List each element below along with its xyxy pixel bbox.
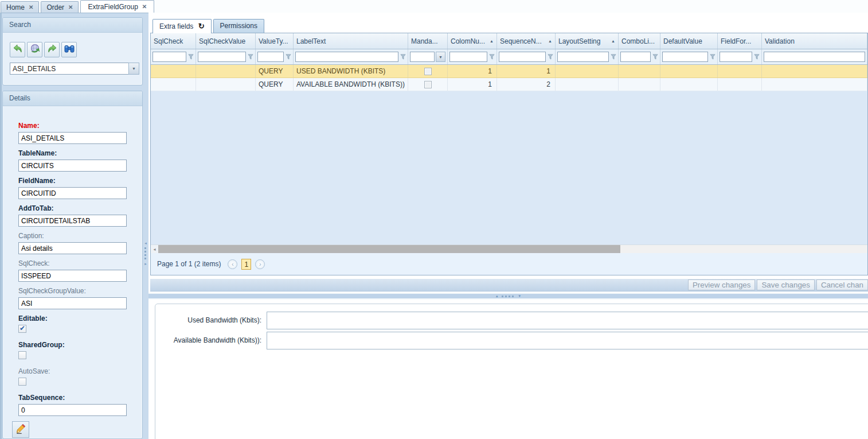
edit-button[interactable] <box>12 421 29 438</box>
sharedgroup-checkbox[interactable] <box>18 351 26 359</box>
refresh-globe-button[interactable] <box>27 42 42 57</box>
column-header-layoutsetting[interactable]: LayoutSetting▲ <box>556 33 619 49</box>
column-header-defaultvalue[interactable]: DefaultValue <box>660 33 718 49</box>
filter-input[interactable] <box>499 52 546 62</box>
scroll-left-button[interactable]: ◂ <box>151 245 158 253</box>
column-header-sqlcheckvalue[interactable]: SqlCheckValue <box>196 33 256 49</box>
field-label: TabSequence: <box>18 394 142 402</box>
window-tab-bar: Home ✕ Order ✕ ExtraFieldGroup ✕ <box>0 0 868 13</box>
filter-icon[interactable] <box>489 54 495 60</box>
collapse-left-icon[interactable]: ◂ <box>144 241 147 246</box>
window-tab-home[interactable]: Home ✕ <box>1 1 39 13</box>
column-header-sequencenumber[interactable]: SequenceN...▲ <box>497 33 556 49</box>
column-header-colomnumber[interactable]: ColomNu...▲ <box>448 33 497 49</box>
column-label: SqlCheckValue <box>199 37 252 45</box>
filter-icon[interactable] <box>400 54 406 60</box>
splitter-grip-dots <box>502 296 515 297</box>
redo-button[interactable] <box>44 42 60 57</box>
filter-cell-defaultvalue <box>660 49 718 64</box>
refresh-icon[interactable]: ↻ <box>198 22 205 30</box>
name-input[interactable] <box>18 132 127 144</box>
filter-icon[interactable] <box>652 54 658 60</box>
filter-icon[interactable] <box>754 54 760 60</box>
collapse-right-icon[interactable]: ▸ <box>144 262 147 266</box>
filter-cell-labeltext <box>294 49 408 64</box>
scrollbar-thumb[interactable] <box>158 245 620 253</box>
search-combo-input[interactable] <box>10 63 128 75</box>
filter-icon[interactable] <box>548 54 553 60</box>
tabsequence-input[interactable] <box>18 404 127 416</box>
cancel-changes-button[interactable]: Cancel chan <box>816 279 868 290</box>
field-sqlcheckgroupvalue: SqlCheckGroupValue: <box>18 287 142 309</box>
filter-input[interactable] <box>764 52 865 62</box>
pager-next-button[interactable]: › <box>255 259 265 269</box>
filter-icon[interactable] <box>248 54 253 60</box>
close-icon[interactable]: ✕ <box>142 3 147 10</box>
table-row[interactable]: QUERY AVAILABLE BANDWIDTH (KBITS)) 1 2 <box>151 78 867 91</box>
filter-input[interactable] <box>295 52 398 62</box>
undo-button[interactable] <box>10 42 25 57</box>
filter-input[interactable] <box>662 52 708 62</box>
horizontal-scrollbar[interactable]: ◂ <box>151 244 867 253</box>
autosave-checkbox[interactable] <box>18 378 26 386</box>
form-row-available-bandwidth: Available Bandwidth (Kbits)): <box>161 332 868 349</box>
window-tab-extrafieldgroup[interactable]: ExtraFieldGroup ✕ <box>80 0 154 13</box>
pager-prev-button[interactable]: ‹ <box>228 259 237 269</box>
column-header-labeltext[interactable]: LabelText <box>294 33 408 49</box>
column-header-mandatory[interactable]: Manda... <box>408 33 448 49</box>
save-changes-button[interactable]: Save changes <box>757 279 814 290</box>
window-tab-order[interactable]: Order ✕ <box>41 1 79 13</box>
column-header-validation[interactable]: Validation <box>762 33 867 49</box>
column-label: Manda... <box>411 37 444 45</box>
filter-icon[interactable] <box>611 54 616 60</box>
sqlcheckgroupvalue-input[interactable] <box>18 297 127 309</box>
chevron-right-icon: › <box>259 261 261 267</box>
tab-permissions[interactable]: Permissions <box>213 19 264 33</box>
window-tab-label: ExtraFieldGroup <box>88 3 138 11</box>
table-row[interactable]: QUERY USED BANDWIDTH (KBITS) 1 1 <box>151 65 867 78</box>
mandatory-checkbox[interactable] <box>424 68 432 75</box>
close-icon[interactable]: ✕ <box>29 4 33 10</box>
addtotab-input[interactable] <box>18 215 127 227</box>
preview-changes-button[interactable]: Preview changes <box>688 279 756 290</box>
mandatory-checkbox[interactable] <box>424 81 432 88</box>
combo-dropdown-button[interactable]: ▼ <box>128 63 139 75</box>
grid-empty-area <box>151 91 867 244</box>
sqlcheck-input[interactable] <box>18 270 127 282</box>
caption-input[interactable] <box>18 242 127 254</box>
filter-input[interactable] <box>620 52 651 62</box>
filter-input[interactable] <box>449 52 487 62</box>
column-header-combolist[interactable]: ComboLi... <box>619 33 660 49</box>
find-button[interactable] <box>61 42 77 57</box>
column-header-sqlcheck[interactable]: SqlCheck <box>151 33 196 49</box>
globe-icon <box>29 43 41 56</box>
filter-input[interactable] <box>720 52 752 62</box>
chevron-left-icon: ‹ <box>232 261 234 267</box>
tab-label: Extra fields <box>159 22 193 30</box>
filter-input[interactable] <box>557 52 609 62</box>
filter-icon[interactable] <box>710 54 715 60</box>
vertical-splitter-handle[interactable]: ◂ ▸ <box>144 241 147 266</box>
filter-input[interactable] <box>198 52 246 62</box>
tab-extra-fields[interactable]: Extra fields ↻ <box>153 19 212 33</box>
filter-icon[interactable] <box>286 54 291 60</box>
available-bandwidth-input[interactable] <box>267 332 868 349</box>
undo-arrow-icon <box>12 43 24 56</box>
filter-icon[interactable] <box>188 54 194 60</box>
filter-input[interactable] <box>153 52 186 62</box>
filter-input[interactable] <box>410 52 435 62</box>
fieldname-input[interactable] <box>18 187 127 199</box>
close-icon[interactable]: ✕ <box>68 4 73 10</box>
splitter-down-icon[interactable]: ▾ <box>519 294 521 298</box>
column-header-fieldformat[interactable]: FieldFor... <box>718 33 762 49</box>
splitter-up-icon[interactable]: ▴ <box>496 294 498 298</box>
tablename-input[interactable] <box>18 160 127 172</box>
column-header-valuetype[interactable]: ValueTy... <box>256 33 294 49</box>
horizontal-splitter[interactable]: ▴ ▾ <box>148 293 868 300</box>
pager-page-1[interactable]: 1 <box>241 259 251 270</box>
vertical-splitter[interactable]: ◂ ▸ <box>143 17 148 439</box>
filter-dropdown-button[interactable]: ▼ <box>436 52 445 62</box>
editable-checkbox[interactable] <box>18 325 26 333</box>
used-bandwidth-input[interactable] <box>267 312 868 329</box>
filter-input[interactable] <box>257 52 284 62</box>
